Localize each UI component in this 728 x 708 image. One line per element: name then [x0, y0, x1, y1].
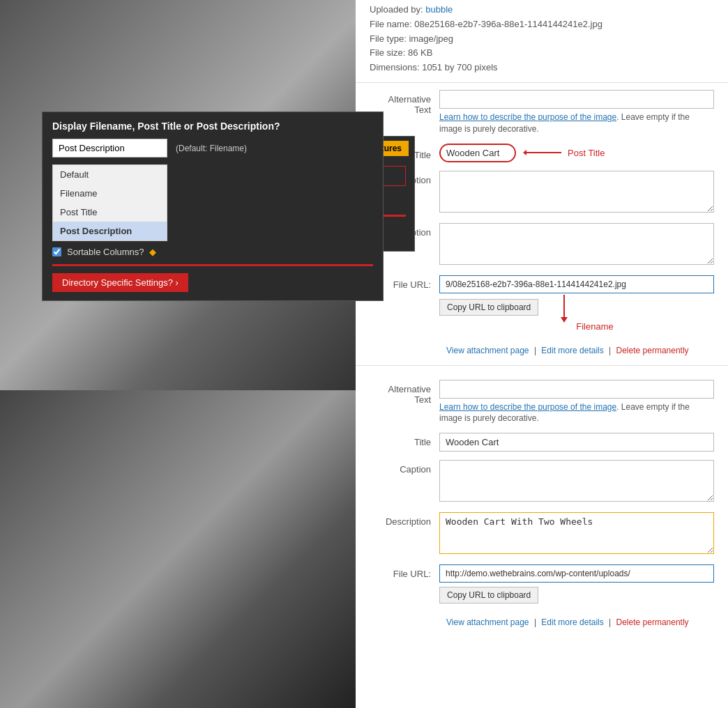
- copy-url-button-bottom[interactable]: Copy URL to clipboard: [439, 587, 538, 603]
- description-label-bottom: Description: [370, 512, 439, 527]
- option-default[interactable]: Default: [53, 165, 167, 184]
- svg-marker-3: [561, 317, 568, 323]
- delete-permanently-bottom[interactable]: Delete permanently: [616, 617, 689, 627]
- post-title-annotation: Post Title: [568, 148, 605, 158]
- caption-input-wrap-top: [439, 171, 714, 215]
- bottom-overlay-panel: Display Filename, Post Title or Post Des…: [42, 111, 384, 301]
- red-divider-bottom: [52, 264, 373, 266]
- file-info-section: Uploaded by: bubble File name: 08e25168-…: [356, 0, 728, 83]
- delete-permanently-top[interactable]: Delete permanently: [616, 346, 689, 355]
- copy-url-button-top[interactable]: Copy URL to clipboard: [439, 299, 538, 316]
- edit-details-top[interactable]: Edit more details: [541, 346, 603, 355]
- title-row-top: Title Post Title: [370, 144, 714, 162]
- alt-text-input-wrap-top: Learn how to describe the purpose of the…: [439, 90, 714, 135]
- description-textarea-bottom[interactable]: Wooden Cart With Two Wheels: [439, 512, 714, 554]
- attachment-links-bottom: View attachment page | Edit more details…: [370, 612, 714, 630]
- option-post-description[interactable]: Post Description: [53, 222, 167, 240]
- view-attachment-bottom[interactable]: View attachment page: [446, 617, 529, 627]
- filename-arrow: [559, 295, 569, 323]
- file-name-label: File name:: [370, 19, 412, 29]
- bottom-panel-title: Display Filename, Post Title or Post Des…: [52, 121, 373, 132]
- svg-marker-1: [523, 150, 526, 155]
- description-input-wrap-bottom: Wooden Cart With Two Wheels: [439, 512, 714, 556]
- title-row-bottom: Title: [370, 433, 714, 452]
- alt-text-note-bottom: Learn how to describe the purpose of the…: [439, 401, 714, 425]
- default-filename-note: (Default: Filename): [176, 144, 247, 153]
- title-input-bottom[interactable]: [439, 433, 714, 452]
- display-option-select[interactable]: Default Filename Post Title Post Descrip…: [52, 139, 167, 157]
- file-url-label-bottom: File URL:: [370, 564, 439, 579]
- file-type-value: image/jpeg: [409, 33, 453, 44]
- caption-textarea-bottom[interactable]: [439, 460, 714, 502]
- uploaded-by-user[interactable]: bubble: [425, 4, 453, 15]
- cart-image-bottom: [0, 390, 356, 708]
- file-url-input-wrap-top: Copy URL to clipboard Filename: [439, 275, 714, 332]
- file-url-row-top: File URL: Copy URL to clipboard Filename: [370, 275, 714, 332]
- alt-text-input-top[interactable]: [439, 90, 714, 109]
- file-size-value: 86 KB: [408, 47, 432, 58]
- title-input-wrap-top: Post Title: [439, 144, 714, 162]
- file-url-input-top[interactable]: [439, 275, 714, 293]
- sortable-row-bottom: Sortable Columns? ◆: [52, 247, 373, 257]
- file-size-label: File size:: [370, 47, 405, 58]
- bottom-form-section: Alternative Text Learn how to describe t…: [356, 373, 728, 638]
- description-textarea-top[interactable]: [439, 223, 714, 265]
- file-url-row-bottom: File URL: Copy URL to clipboard: [370, 564, 714, 603]
- caption-row-top: Caption: [370, 171, 714, 215]
- title-input-top[interactable]: [439, 144, 516, 162]
- description-row-bottom: Description Wooden Cart With Two Wheels: [370, 512, 714, 556]
- alt-text-link-top[interactable]: Learn how to describe the purpose of the…: [439, 112, 616, 122]
- caption-label-bottom: Caption: [370, 460, 439, 475]
- title-label-bottom: Title: [370, 433, 439, 447]
- edit-details-bottom[interactable]: Edit more details: [541, 617, 603, 627]
- uploaded-by-label: Uploaded by:: [370, 4, 423, 15]
- view-attachment-top[interactable]: View attachment page: [446, 346, 529, 355]
- dropdown-menu: Default Filename Post Title Post Descrip…: [52, 164, 167, 241]
- dir-settings-label-bottom: Directory Specific Settings?: [62, 277, 173, 288]
- alt-text-row-top: Alternative Text Learn how to describe t…: [370, 90, 714, 135]
- description-row-top: Description: [370, 223, 714, 267]
- sortable-columns-checkbox-bottom[interactable]: [52, 247, 61, 256]
- alt-text-link-bottom[interactable]: Learn how to describe the purpose of the…: [439, 402, 616, 412]
- right-panel: Uploaded by: bubble File name: 08e25168-…: [356, 0, 728, 708]
- file-url-input-bottom[interactable]: [439, 564, 714, 583]
- attachment-links-top: View attachment page | Edit more details…: [370, 340, 714, 358]
- diamond-icon-bottom: ◆: [149, 247, 156, 257]
- file-name-value: 08e25168-e2b7-396a-88e1-1144144241e2.jpg: [414, 19, 602, 29]
- dimensions-label: Dimensions:: [370, 62, 420, 72]
- dir-settings-button-bottom[interactable]: Directory Specific Settings? ›: [52, 273, 188, 292]
- dropdown-row: Default Filename Post Title Post Descrip…: [52, 139, 373, 157]
- alt-text-input-wrap-bottom: Learn how to describe the purpose of the…: [439, 380, 714, 425]
- alt-text-row-bottom: Alternative Text Learn how to describe t…: [370, 380, 714, 425]
- title-input-wrap-bottom: [439, 433, 714, 452]
- filename-annotation: Filename: [576, 295, 613, 332]
- alt-text-input-bottom[interactable]: [439, 380, 714, 399]
- sortable-label-bottom: Sortable Columns? ◆: [67, 247, 156, 257]
- option-filename[interactable]: Filename: [53, 184, 167, 203]
- dimensions-value: 1051 by 700 pixels: [422, 62, 497, 72]
- dropdown-wrapper: Default Filename Post Title Post Descrip…: [52, 139, 167, 157]
- post-title-arrow: [523, 147, 565, 158]
- file-url-input-wrap-bottom: Copy URL to clipboard: [439, 564, 714, 603]
- alt-text-note-top: Learn how to describe the purpose of the…: [439, 111, 714, 135]
- option-post-title[interactable]: Post Title: [53, 203, 167, 222]
- description-input-wrap-top: [439, 223, 714, 267]
- caption-textarea-top[interactable]: [439, 171, 714, 213]
- caption-row-bottom: Caption: [370, 460, 714, 504]
- caption-input-wrap-bottom: [439, 460, 714, 504]
- alt-text-label-bottom: Alternative Text: [370, 380, 439, 405]
- file-type-label: File type:: [370, 33, 407, 44]
- chevron-right-icon-bottom: ›: [176, 277, 179, 288]
